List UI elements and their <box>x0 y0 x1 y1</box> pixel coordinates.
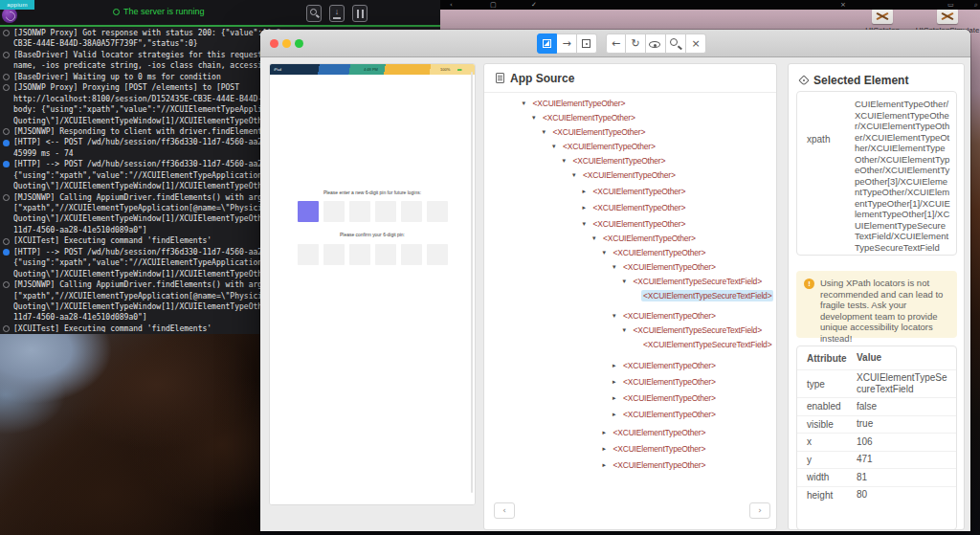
checkmark-icon[interactable]: ✓ <box>531 0 537 10</box>
tree-node-label[interactable]: <XCUIElementTypeOther> <box>581 169 678 181</box>
tree-expand-icon[interactable]: ▾ <box>532 114 541 122</box>
refresh-button[interactable]: ↻ <box>626 33 646 54</box>
tree-node[interactable]: ▾ <XCUIElementTypeOther> <box>532 112 637 123</box>
close-window-button[interactable] <box>270 39 278 48</box>
tree-node-label[interactable]: <XCUIElementTypeOther> <box>541 112 637 123</box>
pin-box[interactable] <box>427 201 448 222</box>
tree-expand-icon[interactable]: ▸ <box>583 204 591 212</box>
zoom-window-button[interactable] <box>295 39 303 48</box>
tree-node-label[interactable]: <XCUIElementTypeOther> <box>591 218 688 230</box>
tree-node[interactable]: ▾ <XCUIElementTypeOther> <box>583 218 688 230</box>
close-icon[interactable]: × <box>840 0 846 10</box>
tree-node-label[interactable]: <XCUIElementTypeOther> <box>551 126 648 138</box>
source-scroll-right-button[interactable]: › <box>749 502 770 519</box>
tree-expand-icon[interactable]: ▾ <box>583 220 591 228</box>
tree-node-label[interactable]: <XCUIElementTypeOther> <box>591 202 688 213</box>
pin-box[interactable] <box>427 244 448 265</box>
tree-node[interactable]: ▸ <XCUIElementTypeOther> <box>603 459 708 471</box>
tree-node-label[interactable]: <XCUIElementTypeOther> <box>591 186 688 197</box>
tree-expand-icon[interactable]: ▾ <box>623 326 632 334</box>
tree-node-label[interactable]: <XCUIElementTypeOther> <box>621 310 718 322</box>
tree-node[interactable]: ▸ <XCUIElementTypeOther> <box>612 409 718 420</box>
tree-node[interactable]: ▾ <XCUIElementTypeSecureTextField> <box>623 276 764 287</box>
tree-expand-icon[interactable]: ▾ <box>603 249 612 256</box>
tree-expand-icon[interactable]: ▾ <box>572 171 581 179</box>
tree-node[interactable]: ▾ <XCUIElementTypeOther> <box>612 310 718 322</box>
search-logs-button[interactable] <box>306 5 322 22</box>
tree-node[interactable]: ▸ <XCUIElementTypeOther> <box>612 392 718 404</box>
minimize-window-button[interactable] <box>282 39 291 48</box>
tree-node[interactable]: ▾ <XCUIElementTypeOther> <box>543 126 648 138</box>
tree-expand-icon[interactable]: ▸ <box>583 188 591 195</box>
tree-node-label[interactable]: <XCUIElementTypeOther> <box>612 247 708 258</box>
swipe-mode-button[interactable]: → <box>557 33 577 54</box>
appium-tab[interactable]: appium <box>0 0 34 10</box>
tree-node[interactable]: ▾ <XCUIElementTypeOther> <box>603 247 708 258</box>
pin-box[interactable] <box>349 244 370 265</box>
source-tree[interactable]: ▾ <XCUIElementTypeOther> ▾ <XCUIElementT… <box>484 94 776 491</box>
pin-box[interactable] <box>401 201 422 222</box>
window-icon[interactable]: ▭ <box>947 0 954 10</box>
back-button[interactable]: ← <box>606 33 626 54</box>
pin-box[interactable] <box>323 244 345 265</box>
tree-node[interactable]: ▾ <XCUIElementTypeOther> <box>612 261 718 273</box>
window-titlebar[interactable]: → ← ↻ × <box>260 30 970 57</box>
pin-box[interactable] <box>375 244 396 265</box>
back-chevron-icon[interactable]: ‹ <box>450 0 453 10</box>
tree-node-label[interactable]: <XCUIElementTypeOther> <box>612 443 708 455</box>
tree-node-label[interactable]: <XCUIElementTypeSecureTextField> <box>632 324 764 336</box>
download-logs-button[interactable]: ↓ <box>329 5 345 22</box>
tree-expand-icon[interactable]: ▾ <box>612 263 621 271</box>
screenshot-eye-button[interactable] <box>646 33 666 54</box>
tree-node[interactable]: ▾ <XCUIElementTypeOther> <box>572 169 678 181</box>
tree-node-label[interactable]: <XCUIElementTypeOther> <box>621 261 718 273</box>
tree-node-label[interactable]: <XCUIElementTypeOther> <box>612 427 708 438</box>
tree-expand-icon[interactable]: ▾ <box>612 312 621 320</box>
source-scroll-left-button[interactable]: ‹ <box>494 502 515 519</box>
tree-expand-icon[interactable]: ▾ <box>523 100 531 107</box>
tree-node-label[interactable]: <XCUIElementTypeSecureTextField> <box>641 339 773 350</box>
tree-node[interactable]: ▸ <XCUIElementTypeOther> <box>583 202 688 213</box>
pin-box[interactable] <box>375 201 396 222</box>
tree-node-label[interactable]: <XCUIElementTypeOther> <box>531 98 628 109</box>
tree-node-label[interactable]: <XCUIElementTypeOther> <box>621 392 718 404</box>
pin-box[interactable] <box>349 201 370 222</box>
tree-expand-icon[interactable]: ▸ <box>603 461 612 469</box>
tree-node[interactable]: <XCUIElementTypeSecureTextField> <box>633 290 773 301</box>
tree-node[interactable]: ▾ <XCUIElementTypeSecureTextField> <box>623 324 764 336</box>
pin-box[interactable] <box>401 244 422 265</box>
pin-box[interactable] <box>298 201 319 222</box>
tree-node-label[interactable]: <XCUIElementTypeOther> <box>621 376 718 388</box>
tree-node[interactable]: ▾ <XCUIElementTypeOther> <box>552 141 657 152</box>
search-elements-button[interactable] <box>666 33 686 54</box>
tree-node[interactable]: <XCUIElementTypeSecureTextField> <box>633 339 773 350</box>
tree-node[interactable]: ▾ <XCUIElementTypeOther> <box>523 98 628 109</box>
tree-expand-icon[interactable]: ▾ <box>563 157 571 165</box>
tap-mode-button[interactable] <box>577 33 597 54</box>
tree-node[interactable]: ▸ <XCUIElementTypeOther> <box>612 376 718 388</box>
tree-expand-icon[interactable]: ▾ <box>592 234 601 242</box>
tree-node-label[interactable]: <XCUIElementTypeOther> <box>612 459 708 471</box>
tree-expand-icon[interactable]: ▸ <box>612 378 621 386</box>
pin-box[interactable] <box>298 244 319 265</box>
device-screenshot-panel[interactable]: iPad 4:48 PM 100% Please enter a new 6-d… <box>269 63 476 505</box>
attributes-table[interactable]: Attribute Value type XCUIElementTypeSecu… <box>796 346 957 530</box>
pin-box[interactable] <box>323 201 345 222</box>
quit-session-button[interactable]: × <box>686 33 706 54</box>
locator-table[interactable]: xpath CUIElementTypeOther/XCUIElementTyp… <box>796 91 957 256</box>
tree-node[interactable]: ▾ <XCUIElementTypeOther> <box>592 233 698 244</box>
tree-node-label[interactable]: <XCUIElementTypeOther> <box>621 409 718 420</box>
tree-node-label[interactable]: <XCUIElementTypeOther> <box>601 233 698 244</box>
select-elements-mode-button[interactable] <box>537 33 557 54</box>
calendar-icon[interactable]: ▢ <box>490 0 497 10</box>
tree-expand-icon[interactable]: ▸ <box>603 429 612 436</box>
screenshot-scrollbar[interactable] <box>471 72 473 493</box>
tree-node[interactable]: ▾ <XCUIElementTypeOther> <box>563 155 668 167</box>
tree-node[interactable]: ▸ <XCUIElementTypeOther> <box>583 186 688 197</box>
tree-expand-icon[interactable]: ▸ <box>612 362 621 369</box>
tree-expand-icon[interactable]: ▾ <box>543 128 551 136</box>
tree-node-label[interactable]: <XCUIElementTypeOther> <box>561 141 657 152</box>
tree-expand-icon[interactable]: ▾ <box>552 143 561 150</box>
tree-node[interactable]: ▸ <XCUIElementTypeOther> <box>603 427 708 438</box>
tree-node-label[interactable]: <XCUIElementTypeOther> <box>571 155 668 167</box>
